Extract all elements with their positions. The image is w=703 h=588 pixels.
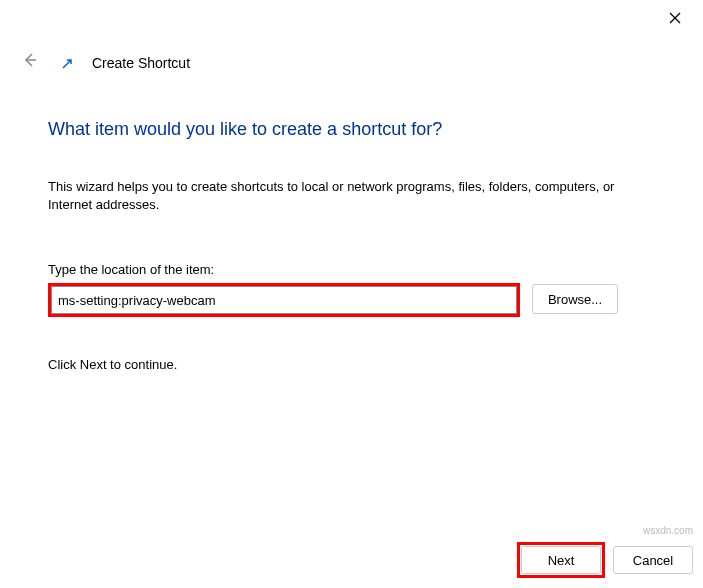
location-input-highlight <box>48 283 520 317</box>
main-heading: What item would you like to create a sho… <box>48 119 655 140</box>
next-button[interactable]: Next <box>521 546 601 574</box>
close-button[interactable] <box>657 4 693 32</box>
input-row: Browse... <box>48 283 655 317</box>
browse-button[interactable]: Browse... <box>532 284 618 314</box>
footer-buttons: Next Cancel <box>517 542 693 578</box>
header-row: Create Shortcut <box>0 36 703 89</box>
back-arrow-icon <box>22 52 38 68</box>
titlebar <box>0 0 703 36</box>
next-button-highlight: Next <box>517 542 605 578</box>
wizard-title: Create Shortcut <box>92 55 190 71</box>
location-input-label: Type the location of the item: <box>48 262 655 277</box>
content-area: What item would you like to create a sho… <box>0 89 703 372</box>
cancel-button[interactable]: Cancel <box>613 546 693 574</box>
close-icon <box>669 12 681 24</box>
continue-text: Click Next to continue. <box>48 357 655 372</box>
description-text: This wizard helps you to create shortcut… <box>48 178 655 214</box>
back-button[interactable] <box>18 48 42 77</box>
location-input[interactable] <box>51 286 517 314</box>
shortcut-icon <box>60 56 74 70</box>
watermark: wsxdn.com <box>643 525 693 536</box>
